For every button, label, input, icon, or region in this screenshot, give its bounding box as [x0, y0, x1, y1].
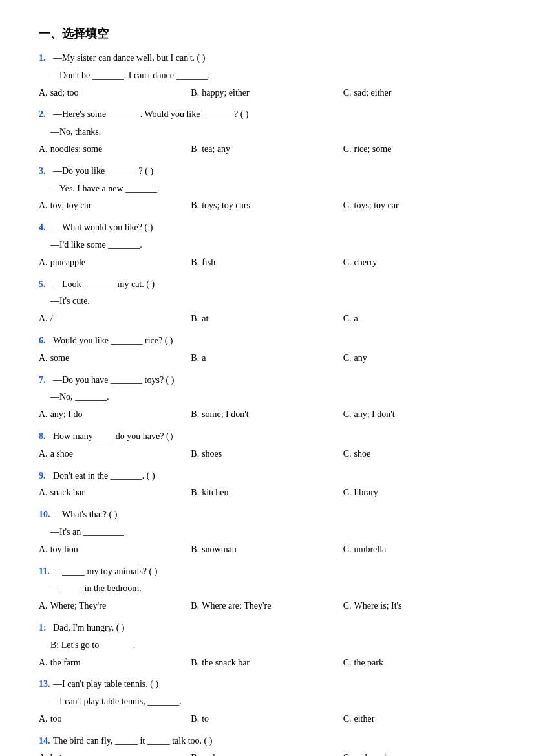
option[interactable]: B.at — [191, 311, 343, 327]
option[interactable]: C.a — [343, 311, 495, 327]
options-row: A.noodles; someB.tea; anyC.rice; some — [39, 142, 495, 157]
question-block: 3.—Do you like _______? ( )—Yes. I have … — [39, 164, 495, 213]
option-label: C. — [343, 200, 352, 210]
option-text: too — [50, 714, 62, 724]
option[interactable]: C.umbrella — [343, 542, 495, 557]
option[interactable]: C.toys; toy car — [343, 198, 495, 213]
option-text: library — [354, 488, 378, 497]
option-label: B. — [191, 200, 199, 210]
option[interactable]: C.shoe — [343, 446, 495, 462]
option-text: Where are; They're — [202, 601, 271, 610]
option-text: tea; any — [202, 144, 230, 154]
option[interactable]: C.sad; either — [343, 85, 495, 101]
option[interactable]: A.the farm — [39, 655, 191, 671]
option[interactable]: C.cherry — [343, 255, 495, 270]
option[interactable]: A.toy lion — [39, 542, 191, 557]
option[interactable]: B.some; I don't — [191, 407, 343, 422]
option-text: any; I do — [50, 409, 83, 419]
question-line: 2.—Here's some _______. Would you like _… — [39, 107, 495, 122]
options-row: A.toy lionB.snowmanC.umbrella — [39, 542, 495, 557]
option[interactable]: A.sad; too — [39, 85, 191, 101]
question-line: 9.Don't eat in the _______. ( ) — [39, 468, 495, 484]
option[interactable]: B.and; can — [191, 750, 343, 756]
question-number: 4. — [39, 220, 50, 235]
question-line: 1:Dad, I'm hungry. ( ) — [39, 620, 495, 636]
option-text: / — [50, 314, 53, 323]
option[interactable]: C.either — [343, 711, 495, 727]
option-label: B. — [191, 257, 199, 267]
option-text: some; I don't — [202, 409, 249, 419]
option[interactable]: B.toys; toy cars — [191, 198, 343, 213]
option-text: happy; either — [202, 88, 249, 98]
option[interactable]: C.any — [343, 351, 495, 366]
option-label: A. — [39, 353, 48, 363]
option[interactable]: C.library — [343, 485, 495, 501]
option[interactable]: A.snack bar — [39, 485, 191, 501]
option-text: the farm — [50, 658, 81, 667]
option[interactable]: B.snowman — [191, 542, 343, 557]
option[interactable]: A.too — [39, 711, 191, 727]
option-text: fish — [202, 257, 215, 267]
option-label: A. — [39, 144, 48, 154]
option-text: kitchen — [202, 488, 228, 497]
option-text: umbrella — [354, 545, 387, 554]
option-label: A. — [39, 88, 48, 98]
option[interactable]: B.shoes — [191, 446, 343, 462]
option[interactable]: A.toy; toy car — [39, 198, 191, 213]
question-number: 3. — [39, 164, 50, 179]
option[interactable]: C.rice; some — [343, 142, 495, 157]
section-title: 一、选择填空 — [39, 26, 495, 41]
option[interactable]: B.the snack bar — [191, 655, 343, 671]
answer-line: —No, thanks. — [39, 124, 495, 140]
question-number: 1. — [39, 50, 50, 66]
option[interactable]: A.but; can — [39, 750, 191, 756]
option-text: the snack bar — [202, 658, 250, 667]
option[interactable]: B.to — [191, 711, 343, 727]
option-label: C. — [343, 449, 352, 459]
option[interactable]: C.and; can't — [343, 750, 495, 756]
question-line: 5.—Look _______ my cat. ( ) — [39, 277, 495, 292]
option[interactable]: A.some — [39, 351, 191, 366]
option-label: B. — [191, 144, 199, 154]
option[interactable]: C.any; I don't — [343, 407, 495, 422]
option[interactable]: B.Where are; They're — [191, 598, 343, 614]
option[interactable]: A.noodles; some — [39, 142, 191, 157]
option-text: some — [50, 353, 70, 363]
question-block: 10.—What's that? ( )—It's an _________.A… — [39, 507, 495, 557]
option-label: C. — [343, 545, 352, 554]
question-number: 8. — [39, 429, 50, 444]
option[interactable]: B.tea; any — [191, 142, 343, 157]
option[interactable]: B.happy; either — [191, 85, 343, 101]
question-number: 9. — [39, 468, 50, 484]
question-block: 9.Don't eat in the _______. ( )A.snack b… — [39, 468, 495, 501]
option-label: A. — [39, 753, 48, 756]
option[interactable]: A./ — [39, 311, 191, 327]
question-text: —Do you have _______ toys? ( ) — [53, 373, 174, 388]
option-text: noodles; some — [50, 144, 103, 154]
option[interactable]: B.fish — [191, 255, 343, 270]
option-text: at — [202, 314, 208, 323]
answer-line: —I'd like some _______. — [39, 237, 495, 253]
question-text: —Do you like _______? ( ) — [53, 164, 153, 179]
option[interactable]: A.any; I do — [39, 407, 191, 422]
options-row: A.tooB.toC.either — [39, 711, 495, 727]
options-row: A.snack barB.kitchenC.library — [39, 485, 495, 501]
options-row: A.any; I doB.some; I don'tC.any; I don't — [39, 407, 495, 422]
option-text: and; can't — [354, 753, 389, 756]
option-label: C. — [343, 257, 352, 267]
option-label: B. — [191, 449, 199, 459]
option[interactable]: C.Where is; It's — [343, 598, 495, 614]
option-label: B. — [191, 353, 199, 363]
option-text: either — [354, 714, 375, 724]
option[interactable]: A.pineapple — [39, 255, 191, 270]
options-row: A.a shoeB.shoesC.shoe — [39, 446, 495, 462]
option-text: snack bar — [50, 488, 85, 497]
option-label: C. — [343, 314, 352, 323]
option[interactable]: B.kitchen — [191, 485, 343, 501]
option[interactable]: A.Where; They're — [39, 598, 191, 614]
option-label: A. — [39, 658, 48, 667]
option-label: A. — [39, 449, 48, 459]
option[interactable]: B.a — [191, 351, 343, 366]
option[interactable]: A.a shoe — [39, 446, 191, 462]
option[interactable]: C.the park — [343, 655, 495, 671]
